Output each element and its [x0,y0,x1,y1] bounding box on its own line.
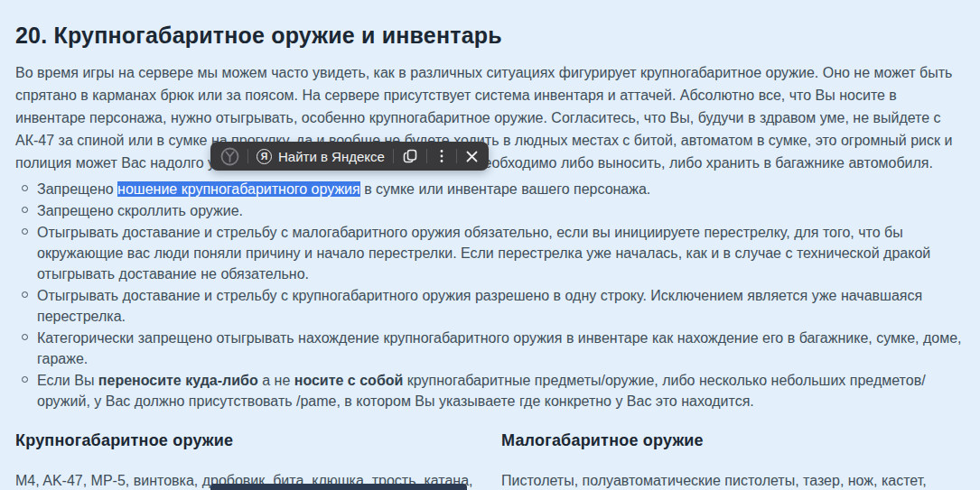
yandex-search-icon: Я [257,149,272,164]
yandex-browser-icon[interactable] [220,147,239,166]
rules-page: 20. Крупногабаритное оружие и инвентарь … [0,20,980,490]
category-small-weapons: Малогабаритное оружие Пистолеты, полуавт… [501,417,965,490]
rule-text: в сумке или инвентаре вашего персонажа. [360,181,651,197]
rule-text: переносите куда-либо [98,373,258,388]
rule-item: Если Вы переносите куда-либо а не носите… [37,370,965,411]
kebab-glyph [435,149,448,163]
search-label: Найти в Яндексе [278,149,385,164]
close-icon[interactable] [465,150,479,163]
rule-item: Запрещено скроллить оружие. [37,200,965,221]
category-large-weapons: Крупногабаритное оружие M4, AK-47, MP-5,… [15,417,501,490]
selected-text: ношение крупногабаритного оружия [117,181,360,197]
yandex-browser-logo-glyph [220,147,239,166]
category-title-large: Крупногабаритное оружие [15,430,501,451]
rule-text: а не [258,373,294,388]
category-items-small: Пистолеты, полуавтоматические пистолеты,… [501,471,965,490]
ya-letter: Я [261,152,268,162]
intro-paragraph: Во время игры на сервере мы можем часто … [15,61,965,174]
rule-item: Категорически запрещено отыгрывать нахож… [37,328,965,369]
rule-text: носите с собой [294,373,404,388]
weapon-categories: Крупногабаритное оружие M4, AK-47, MP-5,… [15,417,965,490]
rule-text: Запрещено [37,181,117,197]
copy-glyph [402,148,418,164]
rule-text: Отыгрывать доставание и стрельбу с крупн… [37,288,922,324]
copy-icon[interactable] [402,148,418,164]
rule-item: Отыгрывать доставание и стрельбу с крупн… [37,285,965,327]
close-glyph [465,150,479,163]
toolbar-divider [456,149,457,163]
yandex-search-button[interactable]: Я Найти в Яндексе [257,149,385,164]
category-title-small: Малогабаритное оружие [501,430,965,451]
rule-text: Категорически запрещено отыгрывать нахож… [37,330,962,366]
rule-text: Отыгрывать доставание и стрельбу с малог… [37,225,930,282]
rules-list: Запрещено ношение крупногабаритного оруж… [15,179,965,411]
toolbar-divider [247,149,248,163]
rule-item: Запрещено ношение крупногабаритного оруж… [37,179,965,199]
rule-item: Отыгрывать доставание и стрельбу с малог… [37,222,965,284]
more-options-icon[interactable] [435,149,448,163]
toolbar-divider [393,149,394,163]
cropped-toolbar-edge [210,484,467,490]
page-title: 20. Крупногабаритное оружие и инвентарь [15,20,965,51]
rule-text: Запрещено скроллить оружие. [37,203,243,218]
selection-toolbar: Я Найти в Яндексе [210,142,489,171]
rule-text: Если Вы [37,373,98,388]
toolbar-divider [426,149,427,163]
